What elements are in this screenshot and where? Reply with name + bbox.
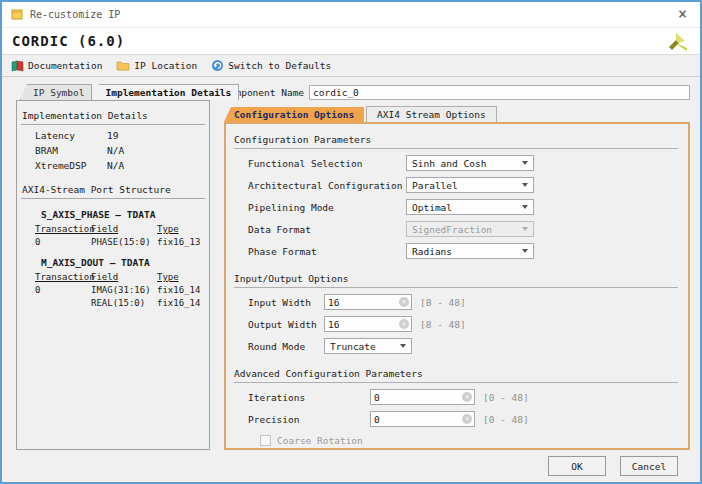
xtremedsp-value: N/A <box>107 160 124 171</box>
window-icon <box>11 8 24 21</box>
pipelining-mode-select[interactable]: Optimal <box>406 199 534 215</box>
tab-configuration-options[interactable]: Configuration Options <box>224 107 364 122</box>
coarse-rotation-label: Coarse Rotation <box>277 435 363 446</box>
refresh-icon <box>211 59 224 72</box>
chevron-down-icon <box>400 344 406 348</box>
tab-ip-symbol[interactable]: IP Symbol <box>20 84 92 100</box>
table-row: REAL(15:0) fix16_14 <box>35 298 205 308</box>
left-tabs: IP Symbol Implementation Details <box>20 84 210 100</box>
recustomize-ip-dialog: Re-customize IP × CORDIC (6.0) Documenta… <box>0 0 702 484</box>
folder-icon <box>116 60 130 71</box>
precision-field[interactable] <box>370 411 475 427</box>
window-title: Re-customize IP <box>30 9 120 20</box>
chevron-down-icon <box>522 249 528 253</box>
round-mode-row: Round Mode Truncate <box>248 338 678 354</box>
ip-title: CORDIC (6.0) <box>12 33 125 49</box>
functional-selection-row: Functional Selection Sinh and Cosh <box>248 155 678 171</box>
tab-implementation-details[interactable]: Implementation Details <box>92 84 239 100</box>
coarse-rotation-checkbox <box>260 435 271 446</box>
latency-row: Latency 19 <box>35 130 205 141</box>
functional-selection-select[interactable]: Sinh and Cosh <box>406 155 534 171</box>
switch-to-defaults-label: Switch to Defaults <box>228 60 331 71</box>
ip-header: CORDIC (6.0) <box>2 28 700 54</box>
configuration-options-panel: Configuration Parameters Functional Sele… <box>224 122 690 450</box>
table-header: Transaction Field Type <box>35 224 205 234</box>
m-axis-dout-group: M_AXIS_DOUT — TDATA <box>41 257 205 268</box>
configuration-parameters-title: Configuration Parameters <box>234 132 678 149</box>
tab-axi4-stream-options[interactable]: AXI4 Stream Options <box>366 106 497 122</box>
table-row: 0 IMAG(31:16) fix16_14 <box>35 285 205 295</box>
precision-row: Precision ✕ [0 - 48] <box>248 411 678 427</box>
input-width-row: Input Width ✕ [8 - 48] <box>248 294 678 310</box>
architectural-configuration-row: Architectural Configuration Parallel <box>248 177 678 193</box>
component-name-input[interactable] <box>309 85 690 100</box>
round-mode-select[interactable]: Truncate <box>324 338 412 354</box>
clear-icon: ✕ <box>399 297 409 307</box>
output-width-range: [8 - 48] <box>420 319 466 330</box>
port-structure-title: AXI4-Stream Port Structure <box>21 183 205 199</box>
phase-format-select[interactable]: Radians <box>406 243 534 259</box>
left-panel: IP Symbol Implementation Details Impleme… <box>16 84 210 450</box>
input-width-range: [8 - 48] <box>420 297 466 308</box>
ok-button[interactable]: OK <box>548 456 606 476</box>
clear-icon: ✕ <box>462 392 472 402</box>
io-options-title: Input/Output Options <box>234 271 678 288</box>
iterations-row: Iterations ✕ [0 - 48] <box>248 389 678 405</box>
chevron-down-icon <box>522 227 528 231</box>
advanced-parameters-title: Advanced Configuration Parameters <box>234 366 678 383</box>
xtremedsp-row: XtremeDSP N/A <box>35 160 205 171</box>
data-format-row: Data Format SignedFraction <box>248 221 678 237</box>
ip-location-button[interactable]: IP Location <box>116 60 197 71</box>
precision-range: [0 - 48] <box>483 414 529 425</box>
phase-format-row: Phase Format Radians <box>248 243 678 259</box>
ip-location-label: IP Location <box>134 60 197 71</box>
chevron-down-icon <box>522 161 528 165</box>
documentation-label: Documentation <box>28 60 102 71</box>
output-width-row: Output Width ✕ [8 - 48] <box>248 316 678 332</box>
main-area: IP Symbol Implementation Details Impleme… <box>2 80 700 450</box>
table-row: 0 PHASE(15:0) fix16_13 <box>35 237 205 247</box>
clear-icon: ✕ <box>462 414 472 424</box>
documentation-icon <box>11 60 24 72</box>
s-axis-phase-group: S_AXIS_PHASE — TDATA <box>41 209 205 220</box>
iterations-range: [0 - 48] <box>483 392 529 403</box>
footer: OK Cancel <box>548 456 678 476</box>
bram-value: N/A <box>107 145 124 156</box>
implementation-details-title: Implementation Details <box>21 109 205 125</box>
xilinx-logo-icon <box>666 31 688 51</box>
s-axis-phase-table: Transaction Field Type 0 PHASE(15:0) fix… <box>35 224 205 247</box>
title-bar: Re-customize IP × <box>2 2 700 28</box>
table-header: Transaction Field Type <box>35 272 205 282</box>
clear-icon: ✕ <box>399 319 409 329</box>
bram-row: BRAM N/A <box>35 145 205 156</box>
implementation-details-panel: Implementation Details Latency 19 BRAM N… <box>16 100 210 450</box>
coarse-rotation-row: Coarse Rotation <box>260 435 678 446</box>
toolbar: Documentation IP Location Switch to Defa… <box>2 54 700 77</box>
component-name-row: Component Name <box>224 84 690 100</box>
cancel-button[interactable]: Cancel <box>620 456 678 476</box>
m-axis-dout-table: Transaction Field Type 0 IMAG(31:16) fix… <box>35 272 205 308</box>
latency-value: 19 <box>107 130 118 141</box>
iterations-field[interactable] <box>370 389 475 405</box>
right-tabs: Configuration Options AXI4 Stream Option… <box>224 105 690 122</box>
chevron-down-icon <box>522 205 528 209</box>
pipelining-mode-row: Pipelining Mode Optimal <box>248 199 678 215</box>
architectural-configuration-select[interactable]: Parallel <box>406 177 534 193</box>
right-panel: Component Name Configuration Options AXI… <box>224 84 690 450</box>
chevron-down-icon <box>522 183 528 187</box>
data-format-select: SignedFraction <box>406 221 534 237</box>
switch-to-defaults-button[interactable]: Switch to Defaults <box>211 59 331 72</box>
close-button[interactable]: × <box>674 7 691 22</box>
documentation-button[interactable]: Documentation <box>11 60 102 72</box>
